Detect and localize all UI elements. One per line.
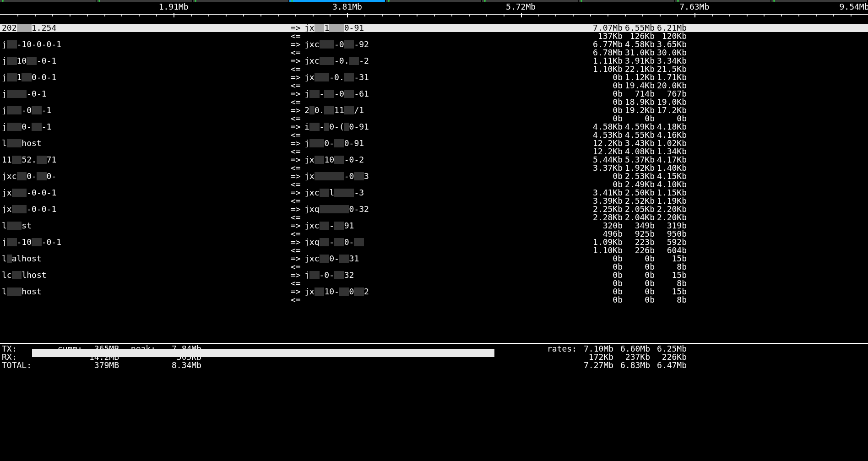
connection-row: 2020001.254=>jx0010000-917.07Mb6.55Mb6.2… [0, 24, 868, 40]
source-host: l000host [0, 139, 291, 147]
rate-10s: 2.04Kb [623, 213, 655, 222]
total-rate-1: 7.27Mb [577, 361, 613, 369]
divider [0, 343, 868, 344]
source-host: lc00lhost [0, 271, 291, 279]
rate-10s: 126Kb [623, 32, 655, 40]
rate-2s: 6.78Mb [591, 49, 623, 57]
source-host: jxc000-000- [0, 172, 291, 180]
rate-10s: 349b [623, 222, 655, 230]
rate-40s: 20.0Kb [655, 81, 687, 90]
rate-40s: 0b [655, 114, 687, 123]
dest-host: j0000-000-91 [304, 139, 591, 147]
connection-list: 2020001.254=>jx0010000-917.07Mb6.55Mb6.2… [0, 24, 868, 304]
rate-40s: 8b [655, 296, 687, 304]
rate-2s: 7.07Mb [591, 24, 623, 32]
rate-10s: 0b [623, 287, 655, 296]
rate-2s: 1.10Kb [591, 65, 623, 73]
rate-40s: 1.15Kb [655, 189, 687, 197]
rate-10s: 2.53Kb [623, 172, 655, 180]
rate-40s: 604b [655, 246, 687, 255]
scale-label: 7.63Mb [679, 3, 709, 11]
scale-label: 9.54Mb [839, 3, 868, 11]
rate-40s: 950b [655, 230, 687, 238]
connection-row: l000host=>jx0010-0000020b0b15b<=0b0b8b [0, 287, 868, 304]
summary-footer: TX: cumm: 365MB peak: 7.84Mb rates: 7.10… [0, 343, 868, 369]
rate-2s: 0b [591, 287, 623, 296]
rate-40s: 30.0Kb [655, 49, 687, 57]
rate-2s: 1.11Kb [591, 57, 623, 65]
rate-10s: 0b [623, 255, 655, 263]
scale-label: 3.81Mb [332, 3, 362, 11]
rate-2s: 6.77Mb [591, 40, 623, 49]
rate-2s: 0b [591, 73, 623, 81]
rate-40s: 4.18Kb [655, 123, 687, 131]
rate-10s: 2.05Kb [623, 205, 655, 213]
dest-host: 200.001100/1 [304, 106, 591, 114]
rate-10s: 31.0Kb [623, 49, 655, 57]
total-label: TOTAL: [0, 361, 46, 369]
rate-2s: 0b [591, 263, 623, 271]
dest-host: jxc00-0091 [304, 222, 591, 230]
rate-2s: 496b [591, 230, 623, 238]
rate-10s: 5.37Kb [623, 156, 655, 164]
rate-2s: 0b [591, 255, 623, 263]
rate-10s: 0b [623, 271, 655, 279]
rate-10s: 2.50Kb [623, 189, 655, 197]
dest-host: j00-00-000-61 [304, 90, 591, 98]
rate-40s: 19.0Kb [655, 98, 687, 106]
rate-10s: 4.08Kb [623, 147, 655, 156]
rate-40s: 2.20Kb [655, 213, 687, 222]
total-rate-2: 6.83Mb [613, 361, 650, 369]
source-host: j000-000-1 [0, 106, 291, 114]
summary-tx-row: TX: cumm: 365MB peak: 7.84Mb rates: 7.10… [0, 345, 868, 353]
connection-row: l000host=>j0000-000-9112.2Kb3.43Kb1.02Kb… [0, 139, 868, 156]
total-peak: 8.34Mb [156, 361, 201, 369]
rate-40s: 15b [655, 255, 687, 263]
rate-40s: 1.02Kb [655, 139, 687, 147]
rate-2s: 12.2Kb [591, 139, 623, 147]
total-rate-3: 6.47Mb [650, 361, 687, 369]
source-host: j0000-0-1 [0, 90, 291, 98]
rate-10s: 22.1Kb [623, 65, 655, 73]
rate-40s: 2.20Kb [655, 205, 687, 213]
source-host: 2020001.254 [0, 24, 291, 32]
dest-host: jxc000-0.00-2 [304, 57, 591, 65]
connection-row: l000st=>jxc00-0091320b349b319b<=496b925b… [0, 222, 868, 238]
rate-2s: 0b [591, 90, 623, 98]
rate-2s: 0b [591, 106, 623, 114]
arrow-rx: <= [291, 296, 304, 304]
source-host: j001000-0-1 [0, 57, 291, 65]
rate-10s: 4.58Kb [623, 40, 655, 49]
connection-row: j00-10-0-0-1=>jxc000-000-926.77Mb4.58Kb3… [0, 40, 868, 57]
rate-2s: 0b [591, 279, 623, 287]
dest-host: jxq0000000-32 [304, 205, 591, 213]
rate-2s: 5.44Kb [591, 156, 623, 164]
rate-10s: 0b [623, 114, 655, 123]
rate-10s: 6.55Mb [623, 24, 655, 32]
connection-row: j001000-0-1=>jxc000-0.00-21.11Kb3.91Kb3.… [0, 57, 868, 73]
rate-10s: 0b [623, 296, 655, 304]
dest-host: jxc00l0000-3 [304, 189, 591, 197]
rate-40s: 15b [655, 271, 687, 279]
dest-host: i00-00-(00-91 [304, 123, 591, 131]
connection-row: j000-000-1=>200.001100/10b19.2Kb17.2Kb<=… [0, 106, 868, 123]
rate-10s: 3.43Kb [623, 139, 655, 147]
rate-40s: 1.40Kb [655, 164, 687, 172]
connection-row: jx000-0-0-1=>jxc00l0000-33.41Kb2.50Kb1.1… [0, 189, 868, 205]
connection-row: j001000-0-1=>jx000-0.00-310b1.12Kb1.71Kb… [0, 73, 868, 90]
dest-host: jxq00-000-00 [304, 238, 591, 246]
rate-2s: 4.58Kb [591, 123, 623, 131]
connection-row: 110052.0071=>jx001000-0-25.44Kb5.37Kb4.1… [0, 156, 868, 172]
rate-10s: 4.59Kb [623, 123, 655, 131]
rate-10s: 223b [623, 238, 655, 246]
dest-host: jx0010000-91 [304, 24, 591, 32]
rate-40s: 17.2Kb [655, 106, 687, 114]
source-host: j00-1000-0-1 [0, 238, 291, 246]
connection-row: lc00lhost=>j00-0-00320b0b15b<=0b0b8b [0, 271, 868, 287]
rate-2s: 0b [591, 296, 623, 304]
rate-2s: 1.09Kb [591, 238, 623, 246]
rate-10s: 925b [623, 230, 655, 238]
rate-40s: 15b [655, 287, 687, 296]
rate-2s: 2.28Kb [591, 213, 623, 222]
rate-40s: 3.65Kb [655, 40, 687, 49]
